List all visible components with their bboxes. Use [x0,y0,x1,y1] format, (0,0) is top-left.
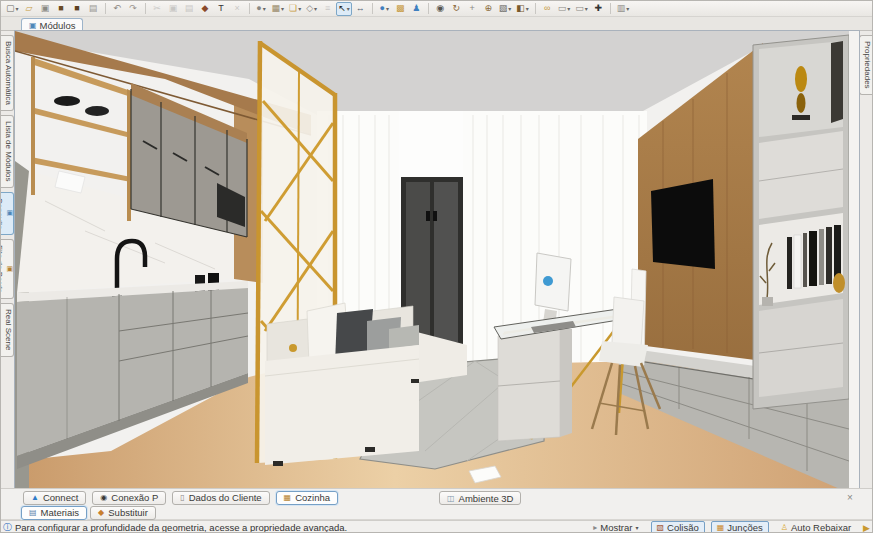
tv[interactable] [651,179,715,269]
render-cube-button[interactable]: ◧▾ [514,2,531,16]
render-photo-b-button[interactable]: ■ [70,2,85,16]
open-project-button[interactable]: ▱ [22,2,37,16]
materials-sphere-button[interactable]: ●▾ [254,2,269,16]
dropdown-caret-icon[interactable]: ▾ [347,6,350,12]
sidebar-tab-fita-de-borda[interactable]: ▣Fita de Borda [1,239,14,299]
tab-ambiente-3d[interactable]: ◫ Ambiente 3D [439,491,521,505]
sidebar-tab-busca-automatica[interactable]: Busca Automática [1,35,14,111]
dropdown-caret-icon[interactable]: ▾ [314,6,317,12]
image-frame-b-button[interactable]: ▭▾ [573,2,590,16]
sidebar-tab-real-scene[interactable]: Real Scene [1,303,14,356]
layout-panels-button[interactable]: ▥▾ [615,2,632,16]
render-photo-b-icon: ■ [74,4,79,13]
tab-dados-do-cliente[interactable]: ▯Dados do Cliente [172,491,269,505]
sidebar-tab-consulta[interactable]: ▣Consulta [1,192,14,236]
zoom-extents-icon: ⊕ [484,4,492,13]
sidebar-tab-propriedades[interactable]: Propriedades [859,35,872,95]
globe-3d-button[interactable]: ●▾ [377,2,392,16]
module-box-button[interactable]: ▩ [393,2,408,16]
dropdown-caret-icon[interactable]: ▾ [281,6,284,12]
tab-materiais[interactable]: ▤Materiais [21,506,87,520]
eye-view-button[interactable]: ◉ [433,2,448,16]
image-frame-a-button[interactable]: ▭▾ [556,2,573,16]
dropdown-caret-icon[interactable]: ▾ [298,6,301,12]
tab-cozinha[interactable]: ▦Cozinha [276,491,338,505]
colisao-toggle[interactable]: ▧Colisão [651,521,705,533]
dropdown-caret-icon[interactable]: ▾ [526,6,529,12]
new-document-button[interactable]: ▢▾ [4,2,21,16]
text-tool-button[interactable]: T [214,2,229,16]
consulta-icon: ▣ [6,209,13,217]
person-button[interactable]: ♟ [409,2,424,16]
promob-window: ▢▾▱▣■■▤↶↷✂▣▤◆T×●▾▦▾❏▾◇▾≡↖▾↔●▾▩♟◉↻+⊕▧▾◧▾∞… [0,0,873,533]
juncoes-toggle[interactable]: ▦Junções [711,521,769,533]
select-cursor-button[interactable]: ↖▾ [336,2,352,16]
zoom-extents-button[interactable]: ⊕ [481,2,496,16]
person-icon: ♟ [412,4,420,13]
juncoes-icon: ▦ [717,523,725,532]
image-frame-a-icon: ▭ [558,4,567,13]
toolbar-separator [105,3,106,14]
delete-item-button: × [230,2,245,16]
materials-tab-bar: ▤Materiais◆Substituir [1,506,873,520]
view-cube-button[interactable]: ▧▾ [497,2,514,16]
cut-button: ✂ [150,2,165,16]
ambiente-3d-icon: ◫ [447,494,455,503]
tab-ambiente-3d-label: Ambiente 3D [459,493,514,504]
tab-substituir[interactable]: ◆Substituir [90,506,156,520]
lasso-select-icon: ◇ [306,4,313,13]
dropdown-caret-icon[interactable]: ▾ [626,6,629,12]
shelving-unit[interactable] [753,35,849,409]
dropdown-caret-icon[interactable]: ▾ [263,6,266,12]
dimension-button[interactable]: ↔ [353,2,368,16]
status-bar: ⓘ Para configurar a profundidade da geom… [1,520,873,533]
pan-move-button[interactable]: + [465,2,480,16]
link-tool-button[interactable]: ∞ [540,2,555,16]
new-document-icon: ▢ [6,4,15,13]
redo-button[interactable]: ↷ [126,2,141,16]
dropdown-caret-icon[interactable]: ▾ [585,6,588,12]
close-tab-icon[interactable]: × [844,492,856,503]
drag-hand-icon: ❏ [289,4,297,13]
view-cube-icon: ▧ [499,4,508,13]
environment-tabs: ▲Connect◉Conexão P▯Dados do Cliente▦Cozi… [23,491,338,505]
auto-rebaixar-button[interactable]: ♙ Auto Rebaixar [775,521,857,533]
floor-plan-button[interactable]: ▦▾ [270,2,287,16]
dropdown-caret-icon[interactable]: ▾ [386,6,389,12]
move-cross-icon: ✚ [595,4,603,13]
image-frame-b-icon: ▭ [575,4,584,13]
lasso-select-button[interactable]: ◇▾ [304,2,319,16]
undo-button[interactable]: ↶ [110,2,125,16]
sidebar-tab-label: Lista de Módulos [4,121,13,181]
dados-do-cliente-icon: ▯ [180,493,184,502]
drag-hand-button[interactable]: ❏▾ [287,2,303,16]
tab-connect[interactable]: ▲Connect [23,491,86,505]
tab-dados-do-cliente-label: Dados do Cliente [189,492,262,503]
viewport-3d-scene[interactable] [15,31,859,488]
dropdown-caret-icon[interactable]: ▾ [567,6,570,12]
connect-icon: ▲ [31,493,39,502]
status-controls: ▸ Mostrar ▾ ▧Colisão▦Junções ♙ Auto Reba… [587,521,873,533]
fita-de-borda-icon: ▣ [6,265,13,273]
dropdown-caret-icon[interactable]: ▾ [16,6,19,12]
mostrar-icon: ▸ [593,523,597,532]
materials-sphere-icon: ● [256,4,261,13]
print-button[interactable]: ▤ [86,2,101,16]
redo-icon: ↷ [129,4,137,13]
render-photo-a-button[interactable]: ■ [54,2,69,16]
tab-modulos-label: Módulos [40,20,76,31]
tab-modulos[interactable]: ▣ Módulos [21,18,83,31]
save-project-button[interactable]: ▣ [38,2,53,16]
corner-pointer-icon[interactable]: ▶ [863,523,870,533]
render-canvas[interactable] [15,31,859,488]
toggle-group: ▧Colisão▦Junções [651,521,769,533]
tab-conexao-p[interactable]: ◉Conexão P [92,491,166,505]
dropdown-caret-icon[interactable]: ▾ [508,6,511,12]
cut-icon: ✂ [153,4,161,13]
sidebar-tab-lista-de-modulos[interactable]: Lista de Módulos [1,115,14,187]
mostrar-dropdown[interactable]: ▸ Mostrar ▾ [587,521,644,533]
format-painter-button[interactable]: ◆ [198,2,213,16]
orbit-rotate-button[interactable]: ↻ [449,2,464,16]
gold-vase [833,273,845,293]
move-cross-button[interactable]: ✚ [591,2,606,16]
